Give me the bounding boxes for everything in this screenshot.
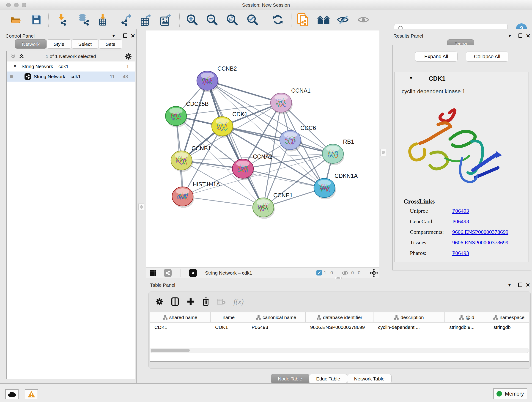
collapse-all-button[interactable]: Collapse All [466, 51, 508, 62]
warning-icon [27, 391, 35, 398]
selected-nodes-checkbox[interactable] [317, 270, 322, 275]
node-CDC25B[interactable] [165, 106, 187, 128]
results-panel: Results Panel ▼ ✕ String Expand All Coll… [390, 29, 532, 279]
panel-float-icon[interactable] [519, 33, 522, 38]
delete-column-icon[interactable] [202, 297, 209, 306]
column-header-database-identifier[interactable]: database identifier [306, 313, 374, 322]
edge-CCNA2-CDKN1A[interactable] [243, 169, 324, 188]
node-CCNE1[interactable] [253, 198, 275, 219]
expand-all-button[interactable]: Expand All [415, 51, 457, 62]
crosslink-link[interactable]: P06493 [452, 250, 469, 261]
import-network-from-database-button[interactable] [77, 13, 90, 26]
column-header-name[interactable]: name [210, 313, 247, 322]
crosslink-link[interactable]: P06493 [452, 218, 469, 229]
show-all-button[interactable] [357, 13, 370, 26]
network-canvas[interactable]: CCNB2CCNA1CDC25BCDK1CDC6RB1CCNB1CCNA2CDK… [146, 31, 380, 268]
node-CCNB1[interactable] [171, 151, 193, 172]
export-image-button[interactable] [160, 13, 172, 26]
tab-network-table[interactable]: Network Table [347, 374, 392, 383]
right-splitter-handle[interactable] [380, 149, 386, 156]
detach-view-icon[interactable] [189, 269, 197, 277]
import-table-from-file-button[interactable] [96, 13, 109, 26]
scrollbar-thumb[interactable] [151, 349, 190, 352]
panel-close-icon[interactable]: ✕ [131, 33, 135, 39]
collection-expander-icon[interactable]: ▼ [13, 64, 17, 69]
node-RB1[interactable] [322, 144, 344, 165]
node-CDK1[interactable] [212, 117, 234, 138]
panel-float-icon[interactable] [518, 283, 522, 287]
view-grid-icon[interactable] [150, 269, 157, 276]
tab-node-table[interactable]: Node Table [271, 374, 309, 383]
export-network-button[interactable] [120, 13, 133, 26]
column-header-@id[interactable]: @id [445, 313, 489, 322]
table-cell[interactable]: CDK1 [210, 322, 247, 332]
panel-menu-icon[interactable]: ▼ [507, 282, 512, 288]
table-cell[interactable]: stringdb:9... [445, 322, 489, 332]
protein-header[interactable]: ▼ CDK1 [395, 72, 529, 85]
column-header-namespace[interactable]: namespace [489, 313, 529, 322]
protein-expander-icon[interactable]: ▼ [409, 76, 413, 81]
column-header-canonical-name[interactable]: canonical name [247, 313, 306, 322]
birds-eye-view-icon[interactable] [370, 269, 378, 277]
crosslink-link[interactable]: 9606.ENSP00000378699 [452, 229, 508, 240]
table-cell[interactable]: stringdb [489, 322, 529, 332]
tab-network[interactable]: Network [15, 39, 47, 49]
table-cell[interactable]: cyclin-dependent ... [374, 322, 445, 332]
view-network-icon[interactable] [164, 269, 172, 277]
save-session-button[interactable] [30, 13, 43, 26]
string-results-box: Expand All Collapse All ▼ CDK1 cyclin-de… [393, 45, 531, 270]
panel-close-icon[interactable]: ✕ [526, 33, 530, 39]
node-CDKN1A[interactable] [314, 178, 336, 199]
edge-CCNB2-CCNE1[interactable] [207, 81, 263, 207]
panel-menu-icon[interactable]: ▼ [111, 33, 116, 38]
collection-row[interactable]: ▼ String Network – cdk1 1 [7, 61, 135, 71]
zoom-out-button[interactable] [206, 13, 218, 26]
node-CDC6[interactable] [280, 130, 302, 152]
function-builder-icon[interactable]: f(x) [234, 298, 244, 306]
table-options-gear-icon[interactable] [156, 298, 163, 306]
column-header-description[interactable]: description [374, 313, 445, 322]
column-header-shared-name[interactable]: shared name [150, 313, 210, 322]
edge-HIST1H1A-CCNE1[interactable] [183, 196, 263, 207]
panel-menu-icon[interactable]: ▼ [507, 33, 512, 38]
cloud-button[interactable] [5, 389, 19, 399]
table-cell[interactable]: CDK1 [150, 322, 210, 332]
network-row[interactable]: String Network – cdk1 11 48 [7, 71, 135, 82]
node-CCNA1[interactable] [271, 93, 293, 114]
network-graph: CCNB2CCNA1CDC25BCDK1CDC6RB1CCNB1CCNA2CDK… [146, 31, 380, 268]
shared-column-icon [317, 315, 321, 320]
tab-style[interactable]: Style [46, 39, 71, 49]
fit-content-button[interactable] [226, 13, 239, 26]
refresh-view-button[interactable] [272, 13, 284, 26]
zoom-in-button[interactable] [186, 13, 198, 26]
open-session-button[interactable] [9, 13, 22, 26]
node-HIST1H1A[interactable] [172, 187, 194, 208]
export-table-button[interactable] [140, 13, 152, 26]
table-cell[interactable]: P06493 [247, 322, 306, 332]
left-splitter-handle[interactable] [138, 204, 144, 211]
table-row[interactable]: CDK1CDK1P064939606.ENSP00000378699cyclin… [150, 322, 529, 332]
panel-float-icon[interactable] [123, 33, 127, 38]
create-column-icon[interactable] [187, 298, 195, 306]
first-neighbors-button[interactable] [317, 13, 330, 26]
control-panel-tabs: NetworkStyleSelectSets [15, 39, 122, 49]
node-CCNA2[interactable] [232, 159, 254, 180]
node-label-CDC25B: CDC25B [186, 101, 209, 107]
delete-table-icon[interactable] [217, 298, 226, 305]
table-cell[interactable]: 9606.ENSP00000378699 [306, 322, 374, 332]
tab-edge-table[interactable]: Edge Table [309, 374, 347, 383]
hide-selected-button[interactable] [337, 13, 350, 26]
show-columns-icon[interactable] [171, 297, 179, 306]
zoom-selected-button[interactable] [246, 13, 259, 26]
string-protein-query-button[interactable] [297, 13, 309, 26]
memory-button[interactable]: Memory [493, 388, 527, 399]
network-options-gear-icon[interactable] [125, 53, 132, 60]
table-horizontal-scrollbar[interactable] [150, 348, 529, 353]
tab-sets[interactable]: Sets [99, 39, 122, 49]
crosslink-link[interactable]: 9606.ENSP00000378699 [452, 240, 508, 250]
panel-close-icon[interactable]: ✕ [526, 282, 530, 288]
warnings-button[interactable] [25, 389, 38, 399]
tab-select[interactable]: Select [71, 39, 99, 49]
import-network-from-file-button[interactable] [56, 13, 68, 26]
crosslink-link[interactable]: P06493 [452, 208, 469, 218]
